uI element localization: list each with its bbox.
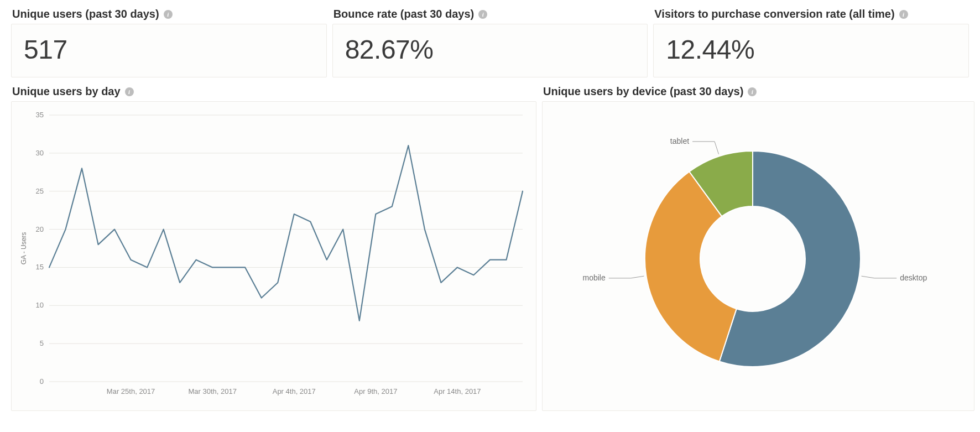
line-chart-svg: 05101520253035GA - UsersMar 25th, 2017Ma… [17, 110, 530, 404]
metric-card: 517 [11, 24, 327, 77]
metric-title: Unique users (past 30 days) [12, 8, 159, 20]
svg-text:10: 10 [36, 301, 44, 309]
svg-text:0: 0 [40, 377, 44, 386]
svg-text:35: 35 [36, 111, 44, 119]
metric-value: 12.44% [666, 34, 956, 65]
svg-text:GA - Users: GA - Users [20, 232, 28, 265]
metric-bounce-rate: Bounce rate (past 30 days) i 82.67% [332, 8, 648, 77]
info-icon[interactable]: i [164, 10, 173, 19]
metric-value: 82.67% [345, 34, 635, 65]
donut-chart-box: desktopmobiletablet [542, 101, 974, 411]
svg-text:15: 15 [36, 263, 44, 271]
metric-value: 517 [24, 34, 314, 65]
svg-text:tablet: tablet [670, 137, 689, 145]
metrics-row: Unique users (past 30 days) i 517 Bounce… [0, 0, 980, 83]
svg-text:mobile: mobile [582, 273, 605, 282]
svg-text:Apr 14th, 2017: Apr 14th, 2017 [434, 387, 481, 395]
svg-text:Mar 25th, 2017: Mar 25th, 2017 [107, 387, 155, 395]
metric-conversion-rate: Visitors to purchase conversion rate (al… [653, 8, 969, 77]
svg-text:Apr 9th, 2017: Apr 9th, 2017 [354, 387, 397, 395]
line-chart-box: 05101520253035GA - UsersMar 25th, 2017Ma… [11, 101, 536, 411]
info-icon[interactable]: i [899, 10, 908, 19]
svg-text:25: 25 [36, 187, 44, 195]
chart-title: Unique users by device (past 30 days) [543, 85, 743, 98]
svg-text:5: 5 [40, 339, 44, 347]
svg-text:Apr 4th, 2017: Apr 4th, 2017 [273, 387, 316, 395]
info-icon[interactable]: i [478, 10, 487, 19]
donut-chart-panel: Unique users by device (past 30 days) i … [542, 85, 974, 411]
info-icon[interactable]: i [748, 87, 757, 96]
metric-title: Visitors to purchase conversion rate (al… [654, 8, 894, 20]
metric-card: 82.67% [332, 24, 648, 77]
info-icon[interactable]: i [125, 87, 134, 96]
donut-chart-svg: desktopmobiletablet [548, 110, 968, 404]
metric-title: Bounce rate (past 30 days) [333, 8, 475, 20]
metric-card: 12.44% [653, 24, 969, 77]
chart-title: Unique users by day [12, 85, 121, 98]
svg-text:30: 30 [36, 149, 44, 157]
metric-unique-users: Unique users (past 30 days) i 517 [11, 8, 327, 77]
svg-text:Mar 30th, 2017: Mar 30th, 2017 [188, 387, 236, 395]
charts-row: Unique users by day i 05101520253035GA -… [0, 83, 980, 422]
svg-text:desktop: desktop [900, 273, 927, 282]
line-chart-panel: Unique users by day i 05101520253035GA -… [11, 85, 536, 411]
svg-text:20: 20 [36, 225, 44, 233]
